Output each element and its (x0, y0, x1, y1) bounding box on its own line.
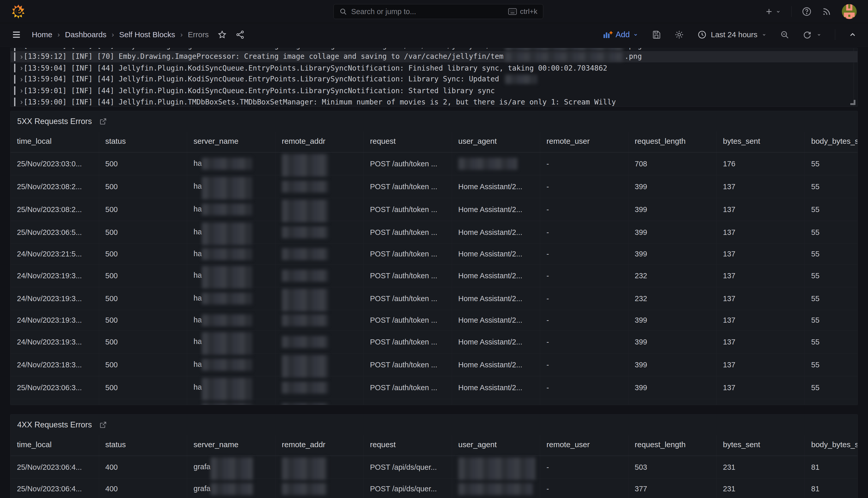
cell-status: 500 (99, 331, 187, 353)
log-expand-icon[interactable]: › (19, 86, 24, 95)
column-header-user_agent[interactable]: user_agent (452, 435, 540, 456)
news-button[interactable] (822, 7, 831, 16)
column-header-bytes_sent[interactable]: bytes_sent (716, 132, 805, 153)
cell-bytes_sent: 137 (716, 331, 805, 353)
cell-body_bytes_sent: 55 (805, 399, 858, 405)
log-expand-icon[interactable]: › (19, 48, 24, 51)
collapse-toolbar-button[interactable] (849, 30, 857, 39)
cell-request_length: 399 (628, 399, 716, 405)
column-header-body_bytes_sent[interactable]: body_bytes_sent (805, 435, 858, 456)
cell-remote_user: - (540, 221, 628, 244)
table-row: 24/Nov/2023:19:3...500haPOST /auth/token… (11, 331, 858, 353)
redacted-text (202, 332, 252, 355)
refresh-button[interactable] (803, 30, 812, 39)
log-expand-icon[interactable]: › (19, 97, 24, 106)
panel-resize-handle[interactable] (850, 100, 855, 105)
column-header-request[interactable]: request (364, 435, 452, 456)
table-header-row: time_localstatusserver_nameremote_addrre… (11, 132, 858, 153)
log-row[interactable]: ›[13:59:13] [INF] [70] Emby.Drawing.Imag… (11, 48, 857, 51)
cell-server_name: ha (187, 376, 275, 399)
share-button[interactable] (235, 30, 245, 39)
log-row[interactable]: ›[13:59:04] [INF] [44] Jellyfin.Plugin.K… (11, 62, 857, 74)
redacted-text (282, 314, 328, 326)
column-header-server_name[interactable]: server_name (187, 132, 275, 153)
log-row[interactable]: ›[13:59:12] [INF] [70] Emby.Drawing.Imag… (11, 51, 857, 62)
panel-header[interactable]: 5XX Requests Errors (11, 111, 857, 132)
log-row[interactable]: ›[13:59:04] [INF] [44] Jellyfin.Plugin.K… (11, 74, 857, 85)
time-range-picker[interactable]: Last 24 hours (697, 30, 767, 39)
user-avatar[interactable] (842, 4, 857, 19)
cell-remote_user: - (540, 479, 628, 498)
column-header-time_local[interactable]: time_local (11, 132, 99, 153)
cell-bytes_sent: 137 (716, 175, 805, 198)
cell-remote_addr (275, 287, 364, 310)
breadcrumb-item-home[interactable]: Home (32, 30, 52, 39)
log-row[interactable]: ›[13:59:01] [INF] [44] Jellyfin.Plugin.K… (11, 85, 857, 96)
scrollbar[interactable] (854, 48, 854, 106)
panel-header[interactable]: 4XX Requests Errors (11, 415, 857, 435)
cell-user_agent: Home Assistant/2... (452, 175, 540, 198)
log-expand-icon[interactable]: › (19, 75, 24, 84)
search-input[interactable]: Search or jump to... ctrl+k (334, 4, 543, 19)
menu-button[interactable] (11, 29, 22, 40)
log-row[interactable]: ›[13:59:00] [INF] [44] Jellyfin.Plugin.T… (11, 96, 857, 107)
table-row: 25/Nov/2023:08:2...500haPOST /auth/token… (11, 175, 858, 198)
cell-body_bytes_sent: 55 (805, 376, 858, 399)
cell-bytes_sent: 137 (716, 198, 805, 221)
zoom-out-button[interactable] (780, 30, 789, 39)
save-dashboard-button[interactable] (652, 30, 661, 39)
log-message: [13:59:01] [INF] [44] Jellyfin.Plugin.Ko… (24, 87, 495, 95)
cell-bytes_sent: 231 (716, 479, 805, 498)
cell-status: 500 (99, 221, 187, 244)
dashboard-content: ›[13:59:13] [INF] [70] Emby.Drawing.Imag… (0, 48, 868, 498)
column-header-server_name[interactable]: server_name (187, 435, 275, 456)
column-header-body_bytes_sent[interactable]: body_bytes_sent (805, 132, 858, 153)
cell-server_name: grafa (187, 479, 275, 498)
cell-body_bytes_sent: 81 (805, 456, 858, 479)
log-expand-icon[interactable]: › (19, 63, 24, 73)
breadcrumb-item-errors[interactable]: Errors (188, 30, 209, 39)
cell-body_bytes_sent: 55 (805, 264, 858, 287)
log-lines: ›[13:59:13] [INF] [70] Emby.Drawing.Imag… (11, 48, 857, 107)
column-header-status[interactable]: status (99, 132, 187, 153)
dashboard-settings-button[interactable] (674, 30, 684, 40)
column-header-remote_user[interactable]: remote_user (540, 132, 628, 153)
cell-body_bytes_sent: 55 (805, 353, 858, 376)
new-button[interactable] (765, 7, 781, 16)
table-header-row: time_localstatusserver_nameremote_addrre… (11, 435, 858, 456)
cell-remote_addr (275, 198, 364, 221)
chevron-down-icon[interactable] (816, 32, 822, 37)
cell-server_name: ha (187, 353, 275, 376)
column-header-status[interactable]: status (99, 435, 187, 456)
column-header-request[interactable]: request (364, 132, 452, 153)
external-link-icon[interactable] (99, 117, 107, 126)
cell-remote_addr (275, 264, 364, 287)
log-level-bar (14, 75, 15, 84)
column-header-time_local[interactable]: time_local (11, 435, 99, 456)
redacted-text (211, 483, 253, 495)
favorite-button[interactable] (218, 30, 227, 39)
log-expand-icon[interactable]: › (19, 52, 24, 61)
cell-server_name: ha (187, 244, 275, 264)
breadcrumb-actions (218, 30, 245, 39)
column-header-remote_addr[interactable]: remote_addr (275, 435, 364, 456)
cell-time_local: 25/Nov/2023:08:2... (11, 175, 99, 198)
external-link-icon[interactable] (99, 421, 107, 429)
column-header-request_length[interactable]: request_length (628, 132, 716, 153)
column-header-remote_addr[interactable]: remote_addr (275, 132, 364, 153)
log-level-bar (14, 48, 15, 51)
redacted-text (458, 457, 535, 480)
grafana-logo-icon[interactable] (11, 4, 26, 19)
search-shortcut: ctrl+k (508, 8, 537, 16)
cell-body_bytes_sent: 55 (805, 244, 858, 264)
add-panel-button[interactable]: Add (603, 30, 638, 39)
column-header-remote_user[interactable]: remote_user (540, 435, 628, 456)
column-header-user_agent[interactable]: user_agent (452, 132, 540, 153)
breadcrumb-item-dashboards[interactable]: Dashboards (65, 30, 106, 39)
column-header-bytes_sent[interactable]: bytes_sent (716, 435, 805, 456)
plus-icon (765, 7, 773, 16)
column-header-request_length[interactable]: request_length (628, 435, 716, 456)
redacted-text (202, 223, 252, 245)
help-button[interactable] (802, 7, 812, 16)
breadcrumb-item-self-host-blocks[interactable]: Self Host Blocks (119, 30, 175, 39)
